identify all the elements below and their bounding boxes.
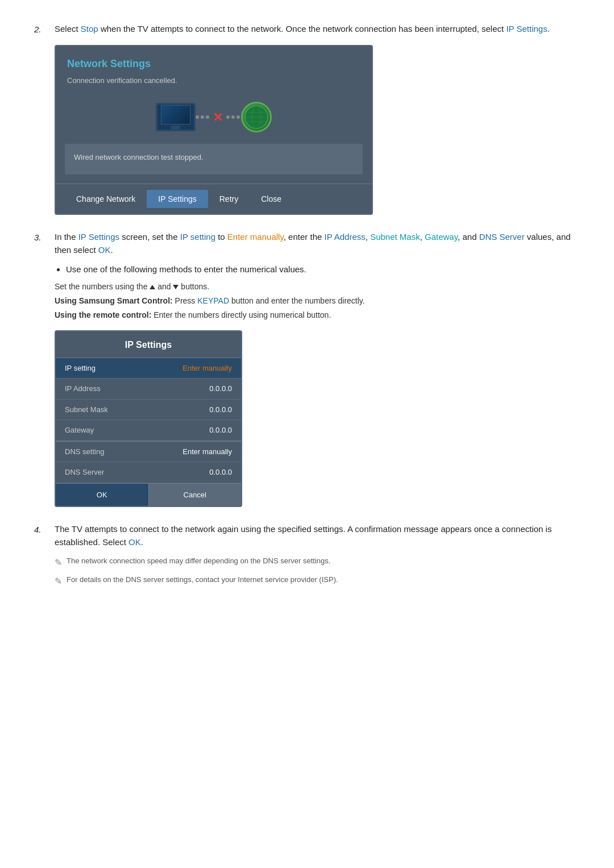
ip-cancel-button[interactable]: Cancel [149, 484, 242, 506]
ip-settings-dialog: IP Settings IP setting Enter manually IP… [55, 330, 242, 508]
ip-dialog-title: IP Settings [56, 331, 241, 358]
ip-table-row-ip-setting[interactable]: IP setting Enter manually [56, 358, 241, 379]
sub1-before: Set the numbers using the [55, 282, 150, 291]
sub1-and: and [157, 282, 173, 291]
dialog-title: Network Settings [56, 46, 372, 75]
conn-dot-4 [226, 115, 230, 119]
step3-subnet-ref: Subnet Mask [370, 232, 420, 242]
gateway-value: 0.0.0.0 [144, 420, 241, 441]
sub1-end: buttons. [181, 282, 209, 291]
subnet-mask-value: 0.0.0.0 [144, 399, 241, 420]
conn-dot-3 [206, 115, 209, 119]
note-item-2: ✎ For details on the DNS server settings… [55, 574, 580, 588]
note-text-2: For details on the DNS server settings, … [67, 574, 338, 585]
step3-t7: , and [458, 232, 479, 242]
note-icon-2: ✎ [55, 575, 62, 588]
step-2-text-before: Select [55, 24, 81, 34]
sub3-text: Enter the numbers directly using numeric… [154, 310, 331, 319]
step-3-content: In the IP Settings screen, set the IP se… [55, 231, 580, 507]
step-2-number: 2. [34, 23, 55, 36]
subnet-mask-label: Subnet Mask [56, 399, 144, 420]
sub-text-3: Using the remote control: Enter the numb… [55, 309, 580, 321]
step3-t6: , [420, 232, 425, 242]
dns-server-label: DNS Server [56, 462, 144, 483]
conn-dot-1 [196, 115, 199, 119]
step-2-content: Select Stop when the TV attempts to conn… [55, 23, 580, 215]
ip-settings-table: IP setting Enter manually IP Address 0.0… [56, 358, 241, 483]
step3-gateway-ref: Gateway [425, 232, 458, 242]
dns-server-value: 0.0.0.0 [144, 462, 241, 483]
step-2-text-middle: when the TV attempts to connect to the n… [98, 24, 507, 34]
sub-text-1: Set the numbers using the and buttons. [55, 281, 580, 293]
ip-setting-value: Enter manually [144, 358, 241, 379]
dialog-buttons-row: Change Network IP Settings Retry Close [56, 184, 372, 214]
ip-table-row-gateway[interactable]: Gateway 0.0.0.0 [56, 420, 241, 441]
sub-text-2: Using Samsung Smart Control: Press KEYPA… [55, 295, 580, 307]
step3-ip-address-ref: IP Address [325, 232, 366, 242]
dns-setting-label: DNS setting [56, 441, 144, 462]
note-item-1: ✎ The network connection speed may diffe… [55, 555, 580, 570]
ip-ok-button[interactable]: OK [56, 484, 149, 506]
ip-address-value: 0.0.0.0 [144, 379, 241, 400]
dialog-status-box: Wired network connection test stopped. [65, 144, 363, 175]
ip-settings-link-step2: IP Settings [506, 24, 547, 34]
step3-ip-setting-ref: IP setting [180, 232, 215, 242]
dialog-subtitle: Connection verification cancelled. [56, 75, 372, 93]
tv-screen [161, 105, 190, 124]
gateway-label: Gateway [56, 420, 144, 441]
change-network-button[interactable]: Change Network [65, 190, 147, 208]
ip-address-label: IP Address [56, 379, 144, 400]
step3-t4: , enter the [284, 232, 325, 242]
sub2-press: Press [175, 296, 198, 305]
ip-table-row-ip-address[interactable]: IP Address 0.0.0.0 [56, 379, 241, 400]
step4-ok-link: OK [128, 537, 141, 547]
step-2: 2. Select Stop when the TV attempts to c… [34, 23, 580, 215]
x-mark-icon: ✕ [213, 108, 223, 127]
step-4-number: 4. [34, 523, 55, 537]
step-2-text-after: . [547, 24, 550, 34]
step3-dns-server-ref: DNS Server [479, 232, 525, 242]
note-text-1: The network connection speed may differ … [67, 555, 330, 567]
step-3-text: In the IP Settings screen, set the IP se… [55, 231, 580, 256]
ip-table-row-dns-server[interactable]: DNS Server 0.0.0.0 [56, 462, 241, 483]
step-4: 4. The TV attempts to connect to the net… [34, 523, 580, 593]
method-list-item: Use one of the following methods to ente… [66, 263, 580, 276]
retry-button[interactable]: Retry [208, 190, 250, 208]
globe-icon [241, 102, 272, 132]
step-3-number: 3. [34, 231, 55, 244]
notes-container: ✎ The network connection speed may diffe… [55, 555, 580, 588]
connection-line: ✕ [196, 108, 241, 127]
step-2-text: Select Stop when the TV attempts to conn… [55, 23, 580, 36]
step3-ip-settings-ref: IP Settings [78, 232, 119, 242]
note-icon-1: ✎ [55, 556, 62, 570]
step3-t1: In the [55, 232, 78, 242]
step3-t2: screen, set the [119, 232, 180, 242]
sub2-rest: button and enter the numbers directly. [231, 296, 365, 305]
conn-dot-2 [201, 115, 204, 119]
step3-t3: to [215, 232, 227, 242]
conn-dot-6 [237, 115, 240, 119]
network-settings-dialog: Network Settings Connection verification… [55, 45, 373, 215]
ip-settings-button[interactable]: IP Settings [147, 190, 208, 208]
close-button[interactable]: Close [250, 190, 293, 208]
step3-enter-manually-ref: Enter manually [227, 232, 284, 242]
ip-table-row-subnet[interactable]: Subnet Mask 0.0.0.0 [56, 399, 241, 420]
step-4-text: The TV attempts to connect to the networ… [55, 523, 580, 549]
tv-icon [156, 103, 196, 131]
method-list: Use one of the following methods to ente… [66, 263, 580, 276]
ip-dialog-footer: OK Cancel [56, 483, 241, 506]
dns-setting-value: Enter manually [144, 441, 241, 462]
triangle-down-icon [173, 285, 179, 289]
step3-ok-ref: OK [98, 245, 111, 255]
step3-t5: , [366, 232, 370, 242]
ip-setting-label: IP setting [56, 358, 144, 379]
ip-table-row-dns-setting[interactable]: DNS setting Enter manually [56, 441, 241, 462]
conn-dot-5 [231, 115, 235, 119]
step4-text-after: . [141, 537, 143, 547]
step-3: 3. In the IP Settings screen, set the IP… [34, 231, 580, 507]
step-4-content: The TV attempts to connect to the networ… [55, 523, 580, 593]
globe-svg [244, 105, 269, 130]
step3-t9: . [110, 245, 113, 255]
triangle-up-icon [150, 285, 155, 289]
keypad-link: KEYPAD [197, 296, 229, 305]
